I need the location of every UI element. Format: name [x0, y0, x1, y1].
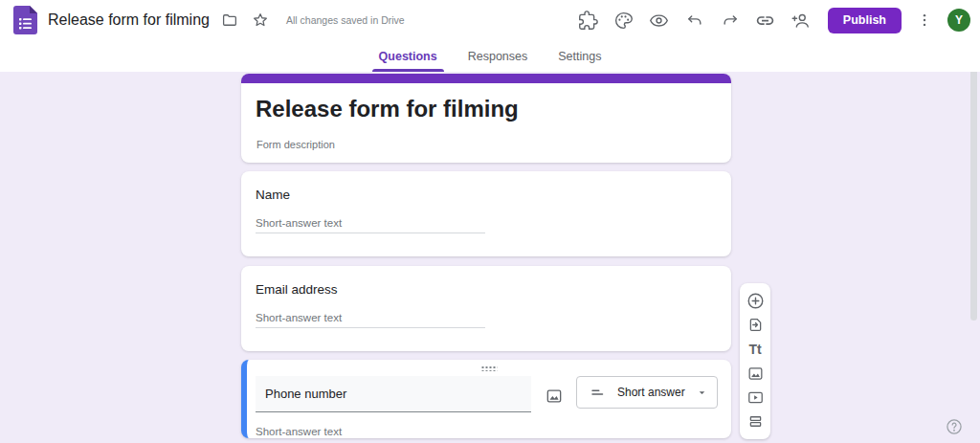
account-avatar[interactable]: Y	[947, 9, 970, 32]
extensions-icon[interactable]	[576, 8, 601, 33]
copy-link-icon[interactable]	[753, 8, 778, 33]
customize-theme-icon[interactable]	[612, 8, 636, 33]
form-description-placeholder[interactable]: Form description	[256, 139, 731, 150]
star-icon[interactable]	[248, 8, 273, 33]
add-collaborators-icon[interactable]	[789, 8, 813, 33]
answer-underline	[256, 233, 485, 233]
question-title[interactable]: Name	[256, 188, 717, 202]
document-title[interactable]: Release form for filming	[48, 11, 210, 29]
answer-underline	[256, 327, 485, 328]
forms-logo-icon[interactable]	[13, 6, 37, 34]
question-title-input[interactable]	[256, 376, 531, 412]
drag-handle[interactable]	[481, 365, 498, 371]
publish-button[interactable]: Publish	[828, 8, 902, 33]
import-questions-icon[interactable]	[744, 313, 767, 336]
question-card-phone-active[interactable]: Short answer Short-answer text	[241, 360, 731, 438]
preview-icon[interactable]	[647, 8, 672, 33]
question-toolbar: Tt	[740, 283, 770, 439]
add-image-icon[interactable]	[744, 362, 767, 385]
question-card-email[interactable]: Email address Short-answer text	[241, 266, 731, 351]
add-title-description-icon[interactable]: Tt	[744, 338, 767, 361]
tab-responses[interactable]: Responses	[465, 40, 531, 72]
add-question-icon[interactable]	[744, 289, 767, 312]
more-options-icon[interactable]	[912, 8, 937, 33]
short-answer-icon	[590, 384, 607, 401]
tab-questions[interactable]: Questions	[376, 40, 440, 72]
scrollbar-thumb[interactable]	[970, 67, 977, 321]
answer-placeholder: Short-answer text	[256, 217, 717, 229]
tab-settings[interactable]: Settings	[555, 40, 604, 72]
add-section-icon[interactable]	[744, 410, 767, 433]
help-icon[interactable]	[945, 417, 964, 436]
theme-color-bar	[241, 74, 731, 83]
chevron-down-icon	[697, 388, 707, 398]
form-title[interactable]: Release form for filming	[256, 96, 731, 122]
add-image-to-question-icon[interactable]	[542, 384, 567, 409]
question-type-label: Short answer	[617, 386, 685, 399]
form-title-card[interactable]: Release form for filming Form descriptio…	[241, 74, 731, 163]
app-header: Release form for filming All changes sav…	[0, 0, 980, 40]
question-title[interactable]: Email address	[256, 282, 717, 297]
move-to-folder-icon[interactable]	[217, 8, 242, 33]
add-video-icon[interactable]	[744, 387, 767, 410]
save-status: All changes saved in Drive	[286, 14, 405, 26]
question-card-name[interactable]: Name Short-answer text	[241, 171, 731, 256]
redo-icon[interactable]	[718, 8, 743, 33]
form-editor-canvas: Release form for filming Form descriptio…	[0, 72, 980, 443]
answer-placeholder: Short-answer text	[256, 426, 342, 437]
form-tabbar: Questions Responses Settings	[0, 40, 980, 72]
answer-placeholder: Short-answer text	[256, 312, 717, 323]
question-type-dropdown[interactable]: Short answer	[576, 376, 718, 409]
undo-icon[interactable]	[682, 8, 707, 33]
